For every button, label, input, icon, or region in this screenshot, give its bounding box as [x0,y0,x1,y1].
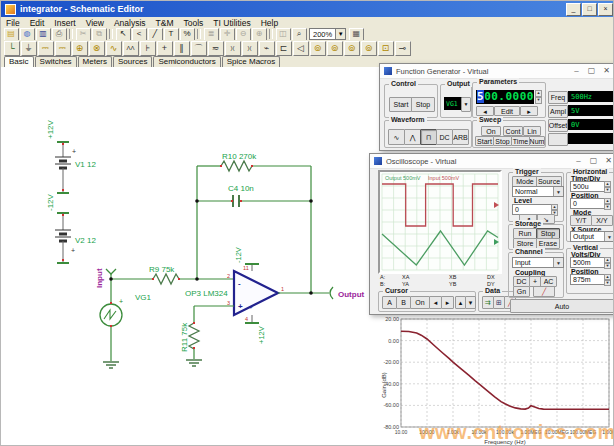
slope-button[interactable]: ╱ [533,286,555,297]
fg-readout-label-blank[interactable] [548,133,568,146]
grid-toggle-icon[interactable]: ▦ [349,28,364,41]
minimize-icon[interactable]: – [571,155,586,167]
battery-v1[interactable]: + +12V V1 12 [46,119,96,193]
fg-readout-label-ampl[interactable]: Ampl [548,105,568,118]
wire-icon[interactable]: └ [4,41,20,56]
sweep-on-button[interactable]: On [481,126,501,136]
chevron-down-icon[interactable]: ▼ [335,29,345,39]
battery-v2[interactable]: + -12V V2 12 [46,193,96,263]
dc-button[interactable]: DC [436,129,453,145]
fg-stop-button[interactable]: Stop [411,97,435,112]
cursor-button-2[interactable]: On [410,296,430,309]
cursor-button-6[interactable]: ▾ [465,296,476,309]
fg-frequency-spinner[interactable]: ▲▼ [535,90,542,104]
generator-vg1[interactable]: + Input VG1 [95,268,152,368]
switch-icon[interactable]: ⌁ [259,41,275,56]
chevron-down-icon[interactable]: ▼ [604,232,614,241]
node-icon[interactable]: + [157,41,173,56]
ammeter-icon[interactable]: ⊚ [327,41,343,56]
current-source-icon[interactable]: ⊗ [89,41,105,56]
maximize-icon[interactable]: ▢ [586,155,601,167]
resistor-r10[interactable]: R10 270k [197,152,311,279]
chevron-down-icon[interactable]: ▼ [461,97,471,112]
sweep-time-button[interactable]: Time [511,136,530,146]
ground-icon[interactable]: ⏚ [21,41,37,56]
mode-xy-button[interactable]: X/Y [591,215,613,226]
tab-semiconductors[interactable]: Semiconductors [153,56,220,67]
sweep-cont-button[interactable]: Cont [503,126,523,136]
close-button[interactable]: × [598,3,613,16]
menu-t-m[interactable]: T&M [151,18,179,28]
print-icon[interactable]: ⎙ [52,28,67,41]
voltage-source-icon[interactable]: ⊕ [72,41,88,56]
fg-start-button[interactable]: Start [389,97,413,112]
coupled-inductors-icon[interactable]: ≂ [208,41,224,56]
volts-div-spinner[interactable]: ▲▼ [604,257,611,266]
menu-edit[interactable]: Edit [25,18,50,28]
probe-icon[interactable]: ⊸ [395,41,411,56]
v-position-spinner[interactable]: ▲▼ [604,274,611,283]
capacitor-icon[interactable]: ∥ [174,41,190,56]
menu-file[interactable]: File [1,18,25,28]
fg-readout-label-freq[interactable]: Freq [548,91,568,104]
minimize-button[interactable]: _ [566,3,581,16]
time-div-field[interactable]: 500u [570,181,607,192]
sweep-stop-button[interactable]: Stop [493,136,512,146]
save-file-icon[interactable]: ▥ [36,28,51,41]
sine-wave-button[interactable]: ∿ [388,129,405,145]
function-generator-window[interactable]: Function Generator - Virtual – ▢ ✕ Contr… [379,63,614,151]
wattmeter-icon[interactable]: ⊚ [361,41,377,56]
cursor-button-1[interactable]: B [396,296,411,309]
voltmeter-icon[interactable]: ⊚ [310,41,326,56]
inductor-icon[interactable]: ⌒ [191,41,207,56]
menu-tools[interactable]: Tools [179,18,209,28]
voltage-generator-icon[interactable]: ∿ [106,41,122,56]
h-position-field[interactable]: 0 [570,198,607,209]
trigger-level-spinner[interactable]: ▲▼ [551,204,558,213]
macro-tool-icon[interactable]: % [180,28,195,41]
maximize-icon[interactable]: ▢ [584,65,599,77]
v-position-field[interactable]: 875m [570,274,607,285]
tab-sources[interactable]: Sources [113,56,152,67]
battery-icon[interactable]: ⎓ [38,41,54,56]
text-tool-icon[interactable]: T [164,28,179,41]
chevron-down-icon[interactable]: ▼ [553,258,563,267]
oscilloscope-titlebar[interactable]: Oscilloscope - Virtual – ▢ ✕ [370,154,614,169]
sweep-start-button[interactable]: Start [475,136,494,146]
h-position-spinner[interactable]: ▲▼ [604,198,611,207]
opamp-op3[interactable]: - + + -12V +12V 2 3 1 11 4 OP3 LM324 [185,247,284,344]
resistor-r11[interactable]: R11 75k [180,306,202,366]
last-component-icon[interactable]: < [132,28,147,41]
minimize-icon[interactable]: – [569,65,584,77]
close-icon[interactable]: ✕ [601,155,614,167]
close-icon[interactable]: ✕ [599,65,614,77]
x-source-select[interactable]: Output▼ [570,231,614,242]
menu-ti-utilities[interactable]: TI Utilities [208,18,255,28]
trigger-mode-select[interactable]: Normal▼ [512,186,564,197]
arbitrary-wave-button[interactable]: ARB [452,129,469,145]
jumper-icon[interactable]: ⊦ [140,41,156,56]
zoom-combobox[interactable]: 200% ▼ [309,28,346,40]
fg-readout-label-offset[interactable]: Offset [548,119,568,132]
chevron-down-icon[interactable]: ▼ [553,187,563,196]
resistor-r9[interactable]: R9 75k [111,265,234,284]
channel-select[interactable]: Input▼ [512,257,564,268]
output-terminal[interactable]: Output [278,287,365,299]
oscilloscope-window[interactable]: Oscilloscope - Virtual – ▢ ✕ Output 500m… [369,153,614,315]
square-wave-button[interactable]: ⊓ [420,129,437,145]
export-web-icon[interactable]: ◍ [20,28,35,41]
battery-cell-icon[interactable]: ⎓ [55,41,71,56]
coupling-ground-button[interactable]: Gn [513,286,530,297]
ohmmeter-icon[interactable]: ⊚ [344,41,360,56]
menu-view[interactable]: View [81,18,109,28]
fg-digit-left-button[interactable]: ◂ [476,106,494,116]
transformer-icon[interactable]: )( [225,41,241,56]
resistor-icon[interactable]: ΛΛ [123,41,139,56]
menu-insert[interactable]: Insert [49,18,80,28]
select-mode-icon[interactable]: ↖ [116,28,131,41]
cursor-button-4[interactable]: ▸ [441,296,454,309]
transformer-core-icon[interactable]: )( [242,41,258,56]
tab-basic[interactable]: Basic [4,56,34,67]
capacitor-c4[interactable]: C4 10n [109,166,313,293]
volts-div-field[interactable]: 500m [570,257,607,268]
